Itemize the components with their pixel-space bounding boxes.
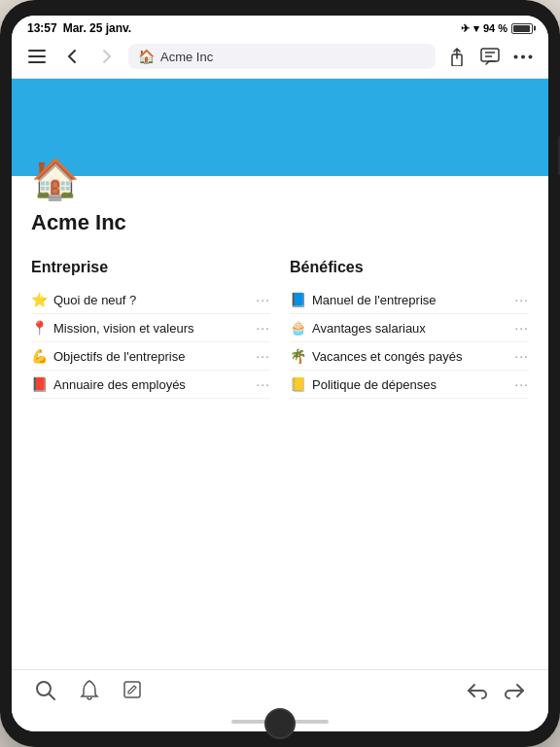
status-right: ✈ ▾ 94 %: [461, 22, 533, 35]
url-text: Acme Inc: [160, 50, 213, 64]
main-content: 🏠 Acme Inc Entreprise ⭐ Quoi de neuf ?: [12, 79, 548, 669]
forward-button[interactable]: [93, 43, 121, 70]
bottom-bar: [12, 669, 548, 712]
item-label: Manuel de l'entreprise: [312, 293, 437, 307]
battery-icon: [511, 23, 533, 34]
share-button[interactable]: [443, 43, 471, 70]
item-more[interactable]: ···: [514, 320, 529, 336]
item-more[interactable]: ···: [514, 348, 529, 364]
list-item[interactable]: 💪 Objectifs de l'entreprise ···: [31, 342, 270, 371]
list-item[interactable]: 🧁 Avantages salariaux ···: [290, 314, 529, 342]
svg-point-7: [514, 54, 518, 58]
tablet-frame: 13:57 Mar. 25 janv. ✈ ▾ 94 %: [0, 0, 560, 747]
item-icon: 💪: [31, 348, 48, 364]
notifications-button[interactable]: [80, 680, 99, 706]
section-benefices-list: 📘 Manuel de l'entreprise ··· 🧁 Avantages…: [290, 286, 529, 399]
sections-grid: Entreprise ⭐ Quoi de neuf ? ···: [31, 259, 529, 399]
list-item-left: 🧁 Avantages salariaux: [290, 320, 426, 336]
comment-button[interactable]: [476, 43, 504, 70]
item-icon: 📕: [31, 376, 48, 392]
bottom-bar-left: [35, 680, 142, 706]
browser-back-button[interactable]: [467, 680, 488, 706]
section-benefices-title: Bénéfices: [290, 259, 529, 276]
item-label: Politique de dépenses: [312, 377, 437, 392]
svg-point-9: [529, 54, 533, 58]
search-button[interactable]: [35, 680, 56, 706]
section-entreprise: Entreprise ⭐ Quoi de neuf ? ···: [31, 259, 270, 399]
item-icon: 📘: [290, 292, 306, 307]
compose-button[interactable]: [122, 680, 142, 706]
section-entreprise-list: ⭐ Quoi de neuf ? ··· 📍 Mission, vision e…: [31, 286, 270, 399]
item-label: Objectifs de l'entreprise: [53, 349, 185, 364]
list-item[interactable]: 📒 Politique de dépenses ···: [290, 371, 529, 399]
list-item-left: 📍 Mission, vision et valeurs: [31, 320, 194, 336]
list-item[interactable]: 📕 Annuaire des employés ···: [31, 371, 270, 399]
item-more[interactable]: ···: [256, 320, 270, 336]
svg-point-8: [521, 54, 525, 58]
item-icon: 📒: [290, 376, 306, 392]
battery-percent: 94 %: [483, 22, 508, 34]
browser-forward-button[interactable]: [504, 680, 525, 706]
nav-actions: [443, 43, 537, 70]
list-item-left: 💪 Objectifs de l'entreprise: [31, 348, 185, 364]
bottom-bar-right: [467, 680, 525, 706]
list-item-left: 📘 Manuel de l'entreprise: [290, 292, 437, 307]
page-content: 🏠 Acme Inc Entreprise ⭐ Quoi de neuf ?: [12, 157, 548, 418]
item-more[interactable]: ···: [256, 292, 270, 307]
svg-rect-4: [481, 49, 499, 61]
item-icon: ⭐: [31, 292, 48, 307]
item-more[interactable]: ···: [256, 348, 270, 364]
item-label: Mission, vision et valeurs: [53, 321, 194, 336]
list-item-left: 📕 Annuaire des employés: [31, 376, 186, 392]
menu-icon[interactable]: [23, 43, 51, 70]
item-label: Quoi de neuf ?: [53, 293, 136, 307]
svg-rect-0: [28, 50, 46, 52]
list-item[interactable]: 📘 Manuel de l'entreprise ···: [290, 286, 529, 314]
section-entreprise-title: Entreprise: [31, 259, 270, 276]
item-icon: 📍: [31, 320, 48, 336]
back-button[interactable]: [58, 43, 86, 70]
status-time: 13:57: [27, 21, 57, 35]
list-item[interactable]: 📍 Mission, vision et valeurs ···: [31, 314, 270, 342]
tablet-screen: 13:57 Mar. 25 janv. ✈ ▾ 94 %: [12, 16, 548, 731]
more-button[interactable]: [509, 43, 537, 70]
list-item-left: ⭐ Quoi de neuf ?: [31, 292, 136, 307]
page-icon: 🏠: [31, 157, 529, 202]
battery-fill: [513, 25, 530, 32]
list-item[interactable]: ⭐ Quoi de neuf ? ···: [31, 286, 270, 314]
list-item-left: 📒 Politique de dépenses: [290, 376, 437, 392]
item-more[interactable]: ···: [514, 292, 529, 307]
status-left: 13:57 Mar. 25 janv.: [27, 21, 131, 35]
item-icon: 🌴: [290, 348, 306, 364]
item-label: Avantages salariaux: [312, 321, 426, 336]
airplane-icon: ✈: [461, 22, 470, 35]
status-bar: 13:57 Mar. 25 janv. ✈ ▾ 94 %: [12, 16, 548, 39]
item-more[interactable]: ···: [256, 376, 270, 392]
url-bar[interactable]: 🏠 Acme Inc: [128, 44, 436, 69]
svg-rect-1: [28, 55, 46, 57]
status-date: Mar. 25 janv.: [63, 21, 131, 35]
section-benefices: Bénéfices 📘 Manuel de l'entreprise ···: [290, 259, 529, 399]
item-label: Annuaire des employés: [53, 377, 186, 392]
svg-rect-2: [28, 61, 46, 63]
wifi-icon: ▾: [473, 22, 479, 35]
list-item-left: 🌴 Vacances et congés payés: [290, 348, 462, 364]
list-item[interactable]: 🌴 Vacances et congés payés ···: [290, 342, 529, 371]
home-button[interactable]: [264, 708, 296, 739]
item-icon: 🧁: [290, 320, 306, 336]
page-favicon: 🏠: [138, 49, 155, 64]
item-more[interactable]: ···: [514, 376, 529, 392]
svg-line-11: [49, 694, 54, 699]
item-label: Vacances et congés payés: [312, 349, 462, 364]
svg-rect-12: [124, 682, 140, 697]
page-title: Acme Inc: [31, 210, 529, 235]
nav-bar: 🏠 Acme Inc: [12, 39, 548, 79]
